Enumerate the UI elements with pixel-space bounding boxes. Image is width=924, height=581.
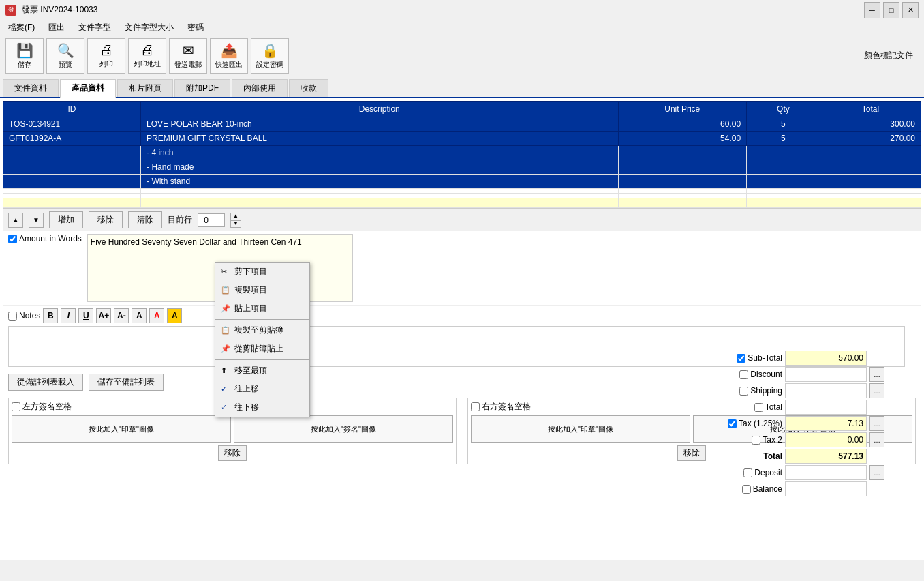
minimize-button[interactable]: ─ [864,2,880,18]
shipping-checkbox[interactable] [739,387,748,396]
deposit-label[interactable]: Deposit [700,468,782,477]
quick-export-button[interactable]: 📤 快速匯出 [210,38,248,74]
ctx-move-top-item[interactable]: ⬆ 移至最頂 [215,361,309,380]
subtotal-checkbox[interactable] [737,354,745,363]
cell-id [3,160,141,175]
row-up-button[interactable]: ▲ [8,213,23,228]
tax-options-button[interactable]: … [869,416,884,431]
print-address-button[interactable]: 🖨 列印地址 [128,38,166,74]
discount-checkbox[interactable] [739,370,748,379]
table-row[interactable]: TOS-0134921 LOVE POLAR BEAR 10-inch 60.0… [3,117,921,132]
font-increase-button[interactable]: A+ [96,308,111,323]
pre-tax-total-label[interactable]: Total [700,402,782,412]
subtotal-value[interactable] [785,351,867,366]
left-stamp-button[interactable]: 按此加入"印章"圖像 [12,415,231,443]
tax2-value[interactable] [785,432,867,447]
tax-value[interactable] [785,416,867,431]
font-bg-color-button[interactable]: A [167,308,182,323]
save-button[interactable]: 💾 儲存 [5,38,44,74]
pre-tax-total-value[interactable] [785,400,867,415]
amount-words-label[interactable]: Amount in Words [8,234,82,243]
balance-checkbox[interactable] [742,485,751,494]
maximize-button[interactable]: □ [883,2,899,18]
shipping-options-button[interactable]: … [869,383,884,398]
ctx-paste-item[interactable]: 📌 貼上項目 [215,299,309,318]
tab-product-data[interactable]: 產品資料 [60,79,116,98]
amount-words-checkbox[interactable] [8,235,17,243]
italic-button[interactable]: I [61,308,76,323]
left-sig-checkbox[interactable] [12,402,20,411]
current-row-input[interactable] [198,213,225,227]
tab-internal-use[interactable]: 內部使用 [232,79,288,97]
tax-checkbox[interactable] [728,419,737,428]
save-to-template-button[interactable]: 儲存至備註列表 [89,374,164,391]
table-row[interactable]: - 4 inch [3,146,921,160]
tab-attach-pdf[interactable]: 附加PDF [174,79,230,97]
row-increment-button[interactable]: ▲ [230,213,241,220]
font-reset-button[interactable]: A [132,308,147,323]
bold-button[interactable]: B [43,308,58,323]
tax2-checkbox[interactable] [752,436,760,445]
send-email-button[interactable]: ✉ 發送電郵 [169,38,207,74]
subtotal-label[interactable]: Sub-Total [700,353,782,363]
preview-icon: 🔍 [57,42,74,59]
shipping-value[interactable] [785,383,867,398]
notes-checkbox[interactable] [8,312,17,321]
grand-total-value[interactable] [785,449,867,464]
table-row[interactable]: GFT01392A-A PREMIUM GIFT CRYSTAL BALL 54… [3,132,921,146]
table-row[interactable] [3,194,921,198]
deposit-value[interactable] [785,465,867,480]
row-down-button[interactable]: ▼ [29,213,44,228]
table-row[interactable] [3,189,921,194]
add-row-button[interactable]: 增加 [49,211,83,228]
remove-row-button[interactable]: 移除 [89,211,123,228]
load-from-template-button[interactable]: 從備註列表載入 [8,374,83,391]
table-row[interactable] [3,198,921,203]
tax2-options-button[interactable]: … [869,432,884,447]
tax2-label[interactable]: Tax 2 [700,435,782,445]
tab-photo-attach[interactable]: 相片附頁 [117,79,173,97]
close-button[interactable]: ✕ [902,2,919,18]
font-color-button[interactable]: A [149,308,164,323]
right-sig-checkbox[interactable] [471,402,480,411]
discount-options-button[interactable]: … [869,367,884,382]
menu-export[interactable]: 匯出 [43,20,70,35]
discount-value[interactable] [785,367,867,382]
left-sig-remove-button[interactable]: 移除 [218,445,247,461]
ctx-copy-item[interactable]: 📋 複製項目 [215,281,309,299]
pre-tax-total-checkbox[interactable] [754,403,763,412]
notes-label[interactable]: Notes [8,311,40,321]
deposit-options-button[interactable]: … [869,465,884,480]
tab-receipt[interactable]: 收款 [289,79,328,97]
ctx-paste-clipboard-item[interactable]: 📌 從剪貼簿貼上 [215,340,309,358]
balance-label[interactable]: Balance [700,484,782,494]
row-decrement-button[interactable]: ▼ [230,220,241,228]
left-sign-button[interactable]: 按此加入"簽名"圖像 [234,415,453,443]
deposit-checkbox[interactable] [743,468,752,477]
cell-total [820,203,921,208]
menu-file[interactable]: 檔案(F) [3,20,40,35]
menu-font[interactable]: 文件字型 [73,20,117,35]
tax-label[interactable]: Tax (1.25%) [700,419,782,428]
right-stamp-button[interactable]: 按此加入"印章"圖像 [471,415,690,443]
table-row[interactable]: - With stand [3,175,921,189]
ctx-move-down-item[interactable]: ✓ 往下移 [215,398,309,417]
preview-button[interactable]: 🔍 預覽 [46,38,84,74]
clear-row-button[interactable]: 清除 [128,211,162,228]
table-row[interactable] [3,203,921,208]
font-decrease-button[interactable]: A- [114,308,129,323]
table-row[interactable]: - Hand made [3,160,921,175]
discount-label[interactable]: Discount [700,370,782,379]
tab-doc-data[interactable]: 文件資料 [3,79,59,97]
set-password-button[interactable]: 🔒 設定密碼 [251,38,289,74]
color-label-button[interactable]: 顏色標記文件 [859,47,919,64]
shipping-label[interactable]: Shipping [700,386,782,396]
ctx-move-up-item[interactable]: ✓ 往上移 [215,380,309,398]
menu-password[interactable]: 密碼 [182,20,209,35]
print-button[interactable]: 🖨 列印 [87,38,125,74]
ctx-cut-item[interactable]: ✂ 剪下項目 [215,263,309,281]
ctx-copy-clipboard-item[interactable]: 📋 複製至剪貼簿 [215,321,309,340]
underline-button[interactable]: U [78,308,93,323]
menu-font-size[interactable]: 文件字型大小 [119,20,179,35]
balance-value[interactable] [785,481,867,496]
